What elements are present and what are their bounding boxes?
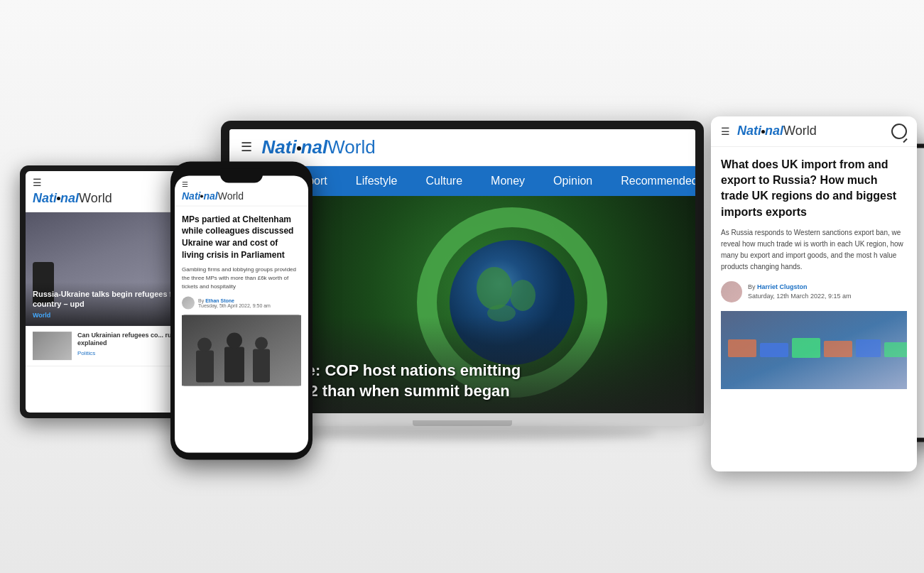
svg-rect-13	[728, 339, 756, 357]
phone-article-date: Tuesday, 5th April 2022, 9:50 am	[198, 302, 271, 307]
svg-point-7	[197, 337, 212, 351]
phone-author-name-text: Ethan Stone	[205, 298, 234, 302]
phone-content: MPs partied at Cheltenham while colleagu…	[175, 206, 308, 393]
svg-rect-18	[884, 342, 907, 357]
svg-rect-10	[253, 349, 270, 382]
right-panel-image-svg	[721, 311, 907, 389]
right-panel-author-avatar	[721, 281, 742, 302]
tablet-menu-icon[interactable]: ☰	[33, 177, 192, 188]
laptop-logo: NatinalWorld	[262, 136, 376, 158]
search-icon[interactable]	[891, 124, 907, 139]
tablet-logo-dot	[57, 197, 60, 200]
svg-point-11	[255, 337, 268, 349]
phone-by-prefix: By	[198, 298, 204, 302]
tablet-logo-world: World	[79, 191, 112, 205]
phone-logo-world: World	[218, 190, 244, 201]
right-panel-article-date: Saturday, 12th March 2022, 9:15 am	[748, 292, 851, 301]
logo-national-text: Natinal	[262, 136, 328, 158]
logo-dot	[297, 146, 301, 151]
right-panel-logo-world: World	[783, 124, 817, 138]
svg-rect-16	[824, 341, 852, 357]
svg-point-2	[477, 267, 512, 310]
right-panel-logo-national: Natinal	[737, 124, 783, 138]
right-panel-header: ☰ NatinalWorld	[711, 116, 917, 147]
right-panel-author-name: By Harriet Clugston	[748, 283, 851, 292]
phone-image-svg	[182, 315, 301, 386]
phone-article-title: MPs partied at Cheltenham while colleagu…	[182, 213, 301, 261]
right-panel-device: ☰ NatinalWorld What does UK import from …	[711, 116, 917, 471]
phone-device: ☰ NatinalWorld MPs partied at Cheltenham…	[170, 161, 312, 459]
phone-notch	[220, 168, 263, 182]
nav-culture[interactable]: Culture	[411, 166, 477, 196]
tablet-hero-text: Russia-Ukraine talks begin refugees flee…	[33, 289, 192, 310]
svg-point-3	[510, 280, 536, 311]
phone-logo: NatinalWorld	[182, 190, 301, 201]
phone-author-avatar	[182, 296, 195, 309]
tablet-hero-tag[interactable]: World	[33, 312, 192, 319]
hamburger-icon[interactable]: ☰	[241, 139, 252, 155]
nav-opinion[interactable]: Opinion	[539, 166, 607, 196]
nav-recommended[interactable]: Recommended	[607, 166, 695, 196]
right-panel-article-headline: What does UK import from and export to R…	[721, 157, 907, 221]
phone-author-block: By Ethan Stone Tuesday, 5th April 2022, …	[182, 296, 301, 309]
right-panel-logo-dot	[761, 130, 765, 133]
tablet-logo: NatinalWorld	[33, 191, 192, 206]
svg-rect-15	[792, 338, 820, 358]
scene: ☰ NatinalWorld News Sport Lifestyle Cult…	[0, 0, 924, 573]
phone-article-body: Gambling firms and lobbying groups provi…	[182, 265, 301, 290]
phone-logo-dot	[200, 195, 203, 197]
nav-money[interactable]: Money	[477, 166, 539, 196]
right-panel-logo: NatinalWorld	[737, 124, 817, 138]
tablet-story-thumbnail	[33, 332, 72, 360]
right-panel-content: What does UK import from and export to R…	[711, 147, 917, 400]
svg-rect-17	[856, 339, 881, 357]
right-panel-article-body: As Russia responds to Western sanctions …	[721, 227, 907, 273]
phone-screen: ☰ NatinalWorld MPs partied at Cheltenham…	[175, 175, 308, 452]
nav-lifestyle[interactable]: Lifestyle	[342, 166, 412, 196]
right-panel-author-name-text: Harriet Clugston	[757, 283, 808, 290]
tablet-logo-national: Natinal	[33, 191, 79, 205]
laptop-header: ☰ NatinalWorld	[229, 129, 695, 166]
phone-article-image	[182, 315, 301, 386]
right-panel-author-block: By Harriet Clugston Saturday, 12th March…	[721, 281, 907, 302]
right-panel-by-prefix: By	[748, 283, 756, 290]
svg-rect-6	[196, 350, 214, 382]
phone-author-name: By Ethan Stone	[198, 298, 271, 302]
svg-rect-14	[760, 343, 788, 357]
phone-logo-national: Natinal	[182, 190, 218, 201]
right-panel-article-image	[721, 311, 907, 389]
right-panel-screen: ☰ NatinalWorld What does UK import from …	[711, 116, 917, 471]
logo-world-text: World	[327, 136, 375, 158]
svg-point-9	[227, 332, 242, 348]
svg-rect-8	[224, 346, 244, 382]
right-panel-menu-icon[interactable]: ☰	[721, 126, 730, 137]
